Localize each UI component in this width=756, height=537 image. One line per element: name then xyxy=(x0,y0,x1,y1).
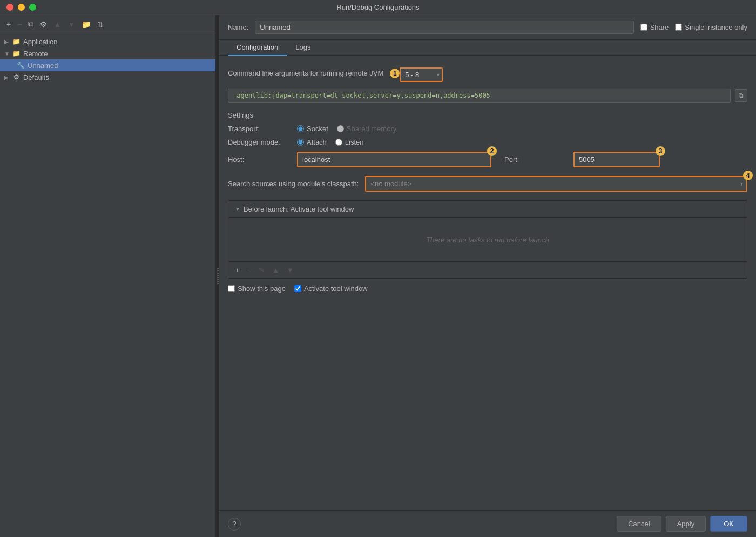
share-checkbox-row: Share xyxy=(640,23,669,31)
transport-radio-group: Socket Shared memory xyxy=(297,125,396,133)
window-title: Run/Debug Configurations xyxy=(336,3,419,11)
sidebar: + − ⧉ ⚙ ▲ ▼ 📁 ⇅ ▶ 📁 Application ▼ 📁 Remo… xyxy=(0,15,216,537)
before-launch-add-button[interactable]: + xyxy=(233,265,242,275)
tree-label-defaults: Defaults xyxy=(23,73,49,81)
minimize-button[interactable] xyxy=(18,4,25,11)
debugger-mode-radio-group: Attach Listen xyxy=(297,138,364,146)
up-config-button[interactable]: ▲ xyxy=(51,19,63,30)
before-launch-remove-button[interactable]: − xyxy=(245,265,254,275)
before-launch-edit-button[interactable]: ✎ xyxy=(256,265,267,275)
sidebar-toolbar: + − ⧉ ⚙ ▲ ▼ 📁 ⇅ xyxy=(0,15,215,33)
before-launch-collapse-icon: ▼ xyxy=(235,206,240,212)
port-input[interactable] xyxy=(573,152,660,167)
settings-config-button[interactable]: ⚙ xyxy=(38,19,49,30)
jvm-args-input[interactable] xyxy=(228,89,731,103)
show-page-label: Show this page xyxy=(238,284,286,293)
share-label: Share xyxy=(650,23,669,31)
transport-sharedmem-label: Shared memory xyxy=(347,125,396,133)
transport-row: Transport: Socket Shared memory xyxy=(228,125,747,133)
main-layout: + − ⧉ ⚙ ▲ ▼ 📁 ⇅ ▶ 📁 Application ▼ 📁 Remo… xyxy=(0,15,756,537)
transport-sharedmem-option[interactable]: Shared memory xyxy=(337,125,396,133)
header-right: Share Single instance only xyxy=(640,23,747,31)
copy-config-button[interactable]: ⧉ xyxy=(26,18,36,30)
single-instance-label: Single instance only xyxy=(685,23,747,31)
jvm-args-row: ⧉ xyxy=(228,89,747,103)
transport-socket-radio[interactable] xyxy=(297,125,304,132)
jvm-label: Command line arguments for running remot… xyxy=(228,69,383,77)
expand-arrow-defaults: ▶ xyxy=(4,74,12,80)
show-page-row[interactable]: Show this page xyxy=(228,284,286,293)
settings-section: Settings Transport: Socket Shared memory xyxy=(228,111,747,167)
host-input-container: 2 xyxy=(297,152,491,167)
defaults-icon: ⚙ xyxy=(12,73,21,81)
host-port-row: Host: 2 Port: 3 xyxy=(228,152,747,167)
module-select-wrapper: <no module> ▾ xyxy=(365,176,747,192)
activate-window-checkbox[interactable] xyxy=(294,285,301,292)
folder-config-button[interactable]: 📁 xyxy=(79,19,93,30)
before-launch-body: There are no tasks to run before launch xyxy=(228,218,747,261)
activate-window-row[interactable]: Activate tool window xyxy=(294,284,368,293)
help-button[interactable]: ? xyxy=(228,518,241,531)
folder-icon-remote: 📁 xyxy=(12,49,21,58)
debugger-attach-label: Attach xyxy=(307,138,327,146)
sort-config-button[interactable]: ⇅ xyxy=(95,19,106,30)
before-launch-section: ▼ Before launch: Activate tool window Th… xyxy=(228,200,747,279)
content-area: Name: Share Single instance only Configu… xyxy=(219,15,756,537)
sidebar-tree: ▶ 📁 Application ▼ 📁 Remote 🔧 Unnamed ▶ ⚙… xyxy=(0,33,215,537)
tab-configuration[interactable]: Configuration xyxy=(228,40,287,56)
title-bar: Run/Debug Configurations xyxy=(0,0,756,15)
transport-socket-option[interactable]: Socket xyxy=(297,125,328,133)
tree-label-remote: Remote xyxy=(23,50,48,58)
debugger-mode-label: Debugger mode: xyxy=(228,138,293,146)
debugger-listen-option[interactable]: Listen xyxy=(335,138,364,146)
name-input[interactable] xyxy=(255,21,633,34)
footer: ? Cancel Apply OK xyxy=(219,510,756,537)
debugger-listen-label: Listen xyxy=(345,138,364,146)
before-launch-down-button[interactable]: ▼ xyxy=(284,265,296,275)
share-checkbox[interactable] xyxy=(640,24,647,31)
close-button[interactable] xyxy=(6,4,14,11)
before-launch-header[interactable]: ▼ Before launch: Activate tool window xyxy=(228,201,747,218)
annotation-badge-host: 2 xyxy=(487,146,497,156)
tab-logs[interactable]: Logs xyxy=(287,40,319,56)
module-select[interactable]: <no module> xyxy=(365,176,747,192)
header-row: Name: Share Single instance only xyxy=(219,15,756,40)
version-select[interactable]: 5 - 8 9+ 14+ xyxy=(400,67,443,82)
remove-config-button[interactable]: − xyxy=(15,19,24,30)
version-select-container: 1 5 - 8 9+ 14+ ▾ xyxy=(390,64,443,82)
ok-button[interactable]: OK xyxy=(710,516,747,532)
tree-label-unnamed: Unnamed xyxy=(28,62,58,70)
single-instance-checkbox-row: Single instance only xyxy=(675,23,747,31)
tree-label-application: Application xyxy=(23,38,58,46)
annotation-badge-port: 3 xyxy=(656,146,665,156)
traffic-lights xyxy=(6,4,36,11)
copy-jvm-args-button[interactable]: ⧉ xyxy=(735,89,747,102)
add-config-button[interactable]: + xyxy=(4,19,13,30)
single-instance-checkbox[interactable] xyxy=(675,24,682,31)
module-classpath-row: Search sources using module's classpath:… xyxy=(228,176,747,192)
host-label: Host: xyxy=(228,155,293,164)
sidebar-item-application[interactable]: ▶ 📁 Application xyxy=(0,36,215,47)
folder-icon-application: 📁 xyxy=(12,37,21,46)
sidebar-item-remote[interactable]: ▼ 📁 Remote xyxy=(0,47,215,59)
before-launch-toolbar: + − ✎ ▲ ▼ xyxy=(228,261,747,278)
debugger-attach-radio[interactable] xyxy=(297,139,304,146)
maximize-button[interactable] xyxy=(29,4,36,11)
down-config-button[interactable]: ▼ xyxy=(65,19,77,30)
sidebar-item-defaults[interactable]: ▶ ⚙ Defaults xyxy=(0,71,215,83)
debugger-listen-radio[interactable] xyxy=(335,139,342,146)
debugger-attach-option[interactable]: Attach xyxy=(297,138,327,146)
config-panel: Command line arguments for running remot… xyxy=(219,56,756,510)
jvm-row: Command line arguments for running remot… xyxy=(228,64,747,82)
show-page-checkbox[interactable] xyxy=(228,285,235,292)
module-select-container-annotated: 4 <no module> ▾ xyxy=(365,176,747,192)
module-classpath-label: Search sources using module's classpath: xyxy=(228,180,359,188)
drag-dots xyxy=(217,268,219,284)
sidebar-item-unnamed[interactable]: 🔧 Unnamed xyxy=(0,59,215,71)
host-input[interactable] xyxy=(297,152,491,167)
port-label: Port: xyxy=(504,155,569,164)
tabs: Configuration Logs xyxy=(219,40,756,56)
before-launch-up-button[interactable]: ▲ xyxy=(269,265,282,275)
apply-button[interactable]: Apply xyxy=(666,516,706,532)
cancel-button[interactable]: Cancel xyxy=(617,516,661,532)
